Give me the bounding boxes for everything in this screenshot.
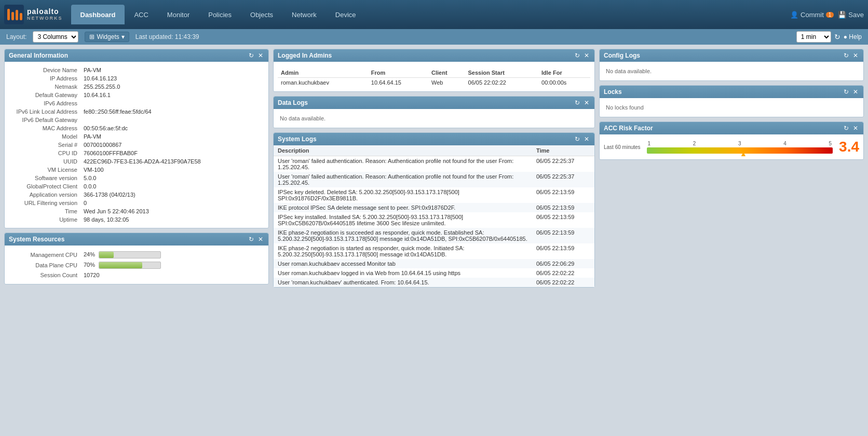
field-value (82, 99, 264, 107)
toolbar: Layout: 3 Columns 2 Columns 1 Column ⊞ W… (0, 29, 868, 45)
layout-label: Layout: (6, 33, 26, 40)
field-label: Uptime (9, 215, 82, 224)
field-label: VM License (9, 166, 82, 174)
widgets-icon: ⊞ (89, 33, 94, 40)
log-row: IKE phase-2 negotiation is succeeded as … (274, 228, 594, 243)
log-time: 06/05 22:13:59 (532, 243, 594, 259)
help-label: Help (849, 33, 862, 40)
log-description: User roman.kuchukbaev logged in via Web … (274, 268, 532, 278)
logged-in-admins-close-button[interactable]: ✕ (583, 52, 590, 59)
data-logs-close-button[interactable]: ✕ (583, 99, 590, 106)
field-label: Time (9, 207, 82, 215)
risk-marker: ▲ (740, 149, 747, 158)
log-description: IKE phase-2 negotiation is started as re… (274, 243, 532, 259)
config-logs-panel: Config Logs ↻ ✕ No data available. (599, 49, 864, 81)
svg-rect-2 (11, 12, 14, 20)
top-nav-bar: paloalto NETWORKS Dashboard ACC Monitor … (0, 0, 868, 29)
system-logs-panel: System Logs ↻ ✕ Description Time User 'r… (273, 132, 595, 288)
refresh-button[interactable]: ↻ (834, 33, 840, 41)
data-logs-body: No data available. (274, 109, 594, 128)
resource-label: Data Plane CPU (9, 260, 82, 270)
widgets-button[interactable]: ⊞ Widgets ▾ (85, 32, 129, 42)
locks-icons: ↻ ✕ (843, 88, 859, 96)
general-info-row: MAC Address00:50:56:ae:5f:dc (9, 124, 264, 132)
field-label: Model (9, 132, 82, 141)
acc-risk-factor-close-button[interactable]: ✕ (852, 125, 859, 132)
admin-session-start: 06/05 22:02:22 (465, 78, 538, 88)
system-logs-refresh-button[interactable]: ↻ (574, 135, 581, 143)
field-value: 98 days, 10:32:05 (82, 215, 264, 224)
layout-select[interactable]: 3 Columns 2 Columns 1 Column (33, 31, 78, 43)
tab-network[interactable]: Network (282, 5, 326, 24)
data-logs-refresh-button[interactable]: ↻ (574, 99, 581, 106)
field-label: Serial # (9, 141, 82, 149)
commit-button[interactable]: 👤 Commit 1 (790, 11, 834, 19)
tab-monitor[interactable]: Monitor (158, 5, 199, 24)
middle-column: Logged In Admins ↻ ✕ Admin From Client S… (273, 49, 595, 288)
log-time: 06/05 22:13:59 (532, 212, 594, 228)
logo-text: paloalto NETWORKS (27, 8, 63, 21)
admin-row: roman.kuchukbaev10.64.64.15Web06/05 22:0… (278, 78, 590, 88)
field-value: 76060100FFFBAB0F (82, 149, 264, 157)
general-info-row: CPU ID76060100FFFBAB0F (9, 149, 264, 157)
logged-in-admins-icons: ↻ ✕ (574, 52, 590, 59)
field-value: 00:50:56:ae:5f:dc (82, 124, 264, 132)
resource-value: 10720 (82, 270, 264, 280)
log-description: IPSec key installed. Installed SA: 5.200… (274, 212, 532, 228)
tab-dashboard[interactable]: Dashboard (71, 5, 125, 24)
data-logs-header: Data Logs ↻ ✕ (274, 97, 594, 109)
admins-col-admin: Admin (278, 68, 368, 78)
system-logs-table: Description Time User 'roman' failed aut… (274, 145, 594, 287)
field-value: 5.0.0 (82, 174, 264, 182)
config-logs-refresh-button[interactable]: ↻ (843, 52, 850, 59)
save-button[interactable]: 💾 Save (838, 11, 864, 19)
config-logs-title: Config Logs (604, 52, 640, 59)
acc-risk-factor-refresh-button[interactable]: ↻ (843, 125, 850, 132)
field-label: IP Address (9, 74, 82, 83)
tab-objects[interactable]: Objects (241, 5, 282, 24)
config-logs-close-button[interactable]: ✕ (852, 52, 859, 59)
locks-close-button[interactable]: ✕ (852, 88, 859, 96)
risk-label-2: 2 (693, 141, 696, 146)
log-time: 06/05 22:02:22 (532, 278, 594, 287)
field-label: IPv6 Default Gateway (9, 116, 82, 124)
logs-col-time: Time (532, 145, 594, 156)
locks-refresh-button[interactable]: ↻ (843, 88, 850, 96)
left-column: General Information ↻ ✕ Device NamePA-VM… (4, 49, 269, 288)
config-logs-header: Config Logs ↻ ✕ (600, 49, 863, 62)
admins-col-client: Client (428, 68, 465, 78)
risk-label-5: 5 (829, 141, 832, 146)
data-logs-title: Data Logs (278, 99, 308, 106)
system-resources-refresh-button[interactable]: ↻ (248, 236, 255, 243)
log-description: User 'roman.kuchukbaev' authenticated. F… (274, 278, 532, 287)
tab-policies[interactable]: Policies (199, 5, 241, 24)
log-row: User 'roman' failed authentication. Reas… (274, 156, 594, 172)
general-info-icons: ↻ ✕ (248, 52, 264, 59)
resource-row: Session Count10720 (9, 270, 264, 280)
general-info-refresh-button[interactable]: ↻ (248, 52, 255, 59)
acc-risk-factor-body: Last 60 minutes 1 2 3 4 5 ▲ 3.4 (600, 134, 863, 159)
tab-acc[interactable]: ACC (125, 5, 157, 24)
tab-device[interactable]: Device (326, 5, 365, 24)
nav-right-actions: 👤 Commit 1 💾 Save (790, 11, 864, 19)
data-logs-panel: Data Logs ↻ ✕ No data available. (273, 96, 595, 128)
field-value: 0.0.0 (82, 182, 264, 190)
interval-select[interactable]: 1 min 30 sec 2 min 5 min 10 min (796, 31, 831, 43)
field-value: VM-100 (82, 166, 264, 174)
field-label: Netmask (9, 83, 82, 91)
logged-in-admins-refresh-button[interactable]: ↻ (574, 52, 581, 59)
acc-risk-factor-panel: ACC Risk Factor ↻ ✕ Last 60 minutes 1 2 … (599, 121, 864, 160)
right-column: Config Logs ↻ ✕ No data available. Locks… (599, 49, 864, 288)
field-value: 10.64.16.1 (82, 91, 264, 99)
system-resources-close-button[interactable]: ✕ (257, 236, 264, 243)
field-label: Software version (9, 174, 82, 182)
admins-table: Admin From Client Session Start Idle For… (278, 68, 590, 87)
logged-in-admins-body: Admin From Client Session Start Idle For… (274, 62, 594, 91)
field-label: UUID (9, 157, 82, 166)
system-logs-close-button[interactable]: ✕ (583, 135, 590, 143)
help-button[interactable]: ● Help (844, 33, 862, 40)
main-content: General Information ↻ ✕ Device NamePA-VM… (0, 45, 868, 292)
general-info-close-button[interactable]: ✕ (257, 52, 264, 59)
admins-col-idle-for: Idle For (538, 68, 590, 78)
general-info-row: IPv6 Link Local Addressfe80::250:56ff:fe… (9, 107, 264, 116)
